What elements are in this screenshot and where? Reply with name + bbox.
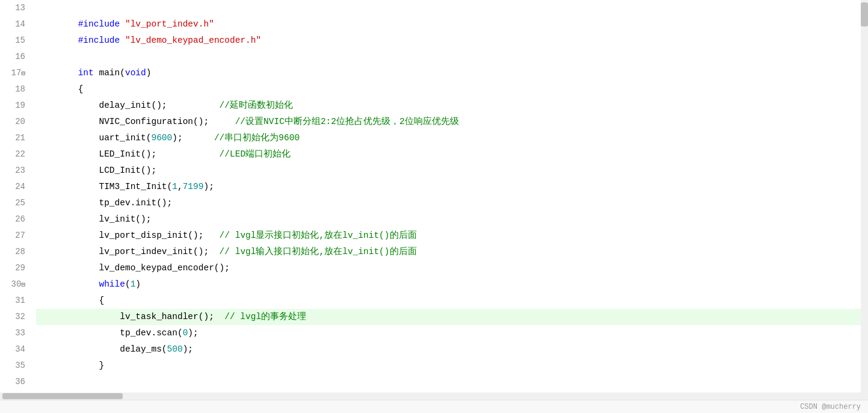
line-num-19: 19 [5, 98, 25, 114]
code-line-17: { [36, 65, 868, 81]
code-line-31: lv_task_handler(); // lvgl的事务处理 [36, 293, 868, 309]
line-num-23: 23 [5, 163, 25, 179]
code-line-16: int main(void) [36, 49, 868, 65]
code-area: 13 14 15 16 17⊟ 18 19 20 21 22 23 24 25 … [0, 0, 868, 400]
line-num-30: 30⊟ [5, 276, 25, 293]
code-line-26: lv_port_disp_init(); // lvgl显示接口初始化,放在lv… [36, 211, 868, 228]
code-line-35 [36, 358, 868, 374]
scrollbar-thumb-v[interactable] [861, 2, 868, 26]
line-num-27: 27 [5, 228, 25, 244]
line-num-25: 25 [5, 195, 25, 211]
code-line-18: delay_init(); //延时函数初始化 [36, 81, 868, 98]
vertical-scrollbar[interactable] [861, 0, 868, 400]
editor-container: 13 14 15 16 17⊟ 18 19 20 21 22 23 24 25 … [0, 0, 868, 413]
code-line-23: TIM3_Int_Init(1,7199); [36, 163, 868, 179]
line-num-18: 18 [5, 81, 25, 98]
scrollbar-thumb-h[interactable] [2, 393, 123, 399]
code-line-30: { [36, 276, 868, 293]
fold-icon-17[interactable]: ⊟ [21, 66, 25, 82]
line-num-26: 26 [5, 211, 25, 228]
line-num-17: 17⊟ [5, 65, 25, 81]
line-num-13: 13 [5, 0, 25, 16]
line-num-33: 33 [5, 325, 25, 341]
horizontal-scrollbar[interactable] [0, 393, 861, 400]
line-num-15: 15 [5, 33, 25, 49]
line-num-28: 28 [5, 244, 25, 260]
line-num-20: 20 [5, 114, 25, 130]
line-num-14: 14 [5, 16, 25, 33]
line-num-31: 31 [5, 293, 25, 309]
line-num-36: 36 [5, 374, 25, 390]
line-numbers: 13 14 15 16 17⊟ 18 19 20 21 22 23 24 25 … [0, 0, 31, 400]
line-num-16: 16 [5, 49, 25, 65]
code-line-36: } [36, 374, 868, 390]
line-num-24: 24 [5, 179, 25, 195]
line-num-29: 29 [5, 260, 25, 276]
line-num-34: 34 [5, 341, 25, 358]
fold-icon-30[interactable]: ⊟ [21, 277, 25, 293]
line-num-35: 35 [5, 358, 25, 374]
watermark: CSDN @mucherry [800, 403, 861, 411]
code-line-13: #include "lv_port_indev.h" [36, 0, 868, 16]
bottom-bar: CSDN @mucherry [0, 400, 868, 413]
line-num-32: 32 [5, 309, 25, 325]
line-num-21: 21 [5, 130, 25, 146]
code-content: #include "lv_port_indev.h" #include "lv_… [31, 0, 868, 400]
line-num-22: 22 [5, 146, 25, 163]
